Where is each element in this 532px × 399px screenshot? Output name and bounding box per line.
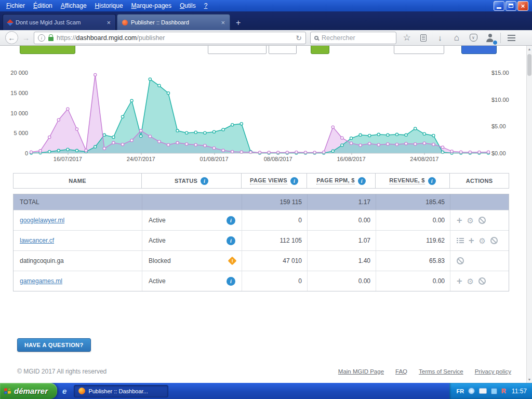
site-link[interactable]: googlelawyer.ml [20, 217, 64, 224]
footer-link-faq[interactable]: FAQ [395, 368, 407, 375]
filter-green-button[interactable] [20, 46, 75, 54]
filter-spinner[interactable] [269, 46, 297, 54]
task-label: Publisher :: Dashboar... [88, 388, 148, 394]
bookmarks-panel-icon[interactable] [417, 32, 430, 44]
tab-close-button[interactable]: × [107, 19, 111, 26]
add-icon[interactable]: + [469, 236, 474, 245]
filter-blue-button[interactable] [461, 46, 497, 54]
close-button[interactable]: × [517, 1, 528, 11]
column-label[interactable]: REVENUE, $ [389, 177, 424, 184]
info-icon[interactable]: i [358, 177, 366, 185]
new-tab-button[interactable]: + [231, 16, 245, 30]
menu-item-affichage[interactable]: Affichage [57, 0, 91, 11]
info-icon[interactable]: i [201, 177, 208, 185]
menu-item-marquepages[interactable]: Marque-pages [127, 0, 176, 11]
site-link[interactable]: gamegames.ml [20, 277, 62, 285]
filter-apply-button[interactable] [311, 46, 329, 54]
menu-item-fichier[interactable]: Fichier [2, 0, 29, 11]
scroll-thumb[interactable] [527, 54, 531, 76]
page-footer: © MGID 2017 All rights reserved Main MGI… [17, 368, 511, 375]
minimize-button[interactable] [494, 1, 504, 11]
url-bar[interactable]: i https://dashboard.mgid.com/publisher ↻ [34, 32, 306, 44]
scroll-up-arrow[interactable]: ▲ [527, 47, 532, 51]
url-text[interactable]: https://dashboard.mgid.com/publisher [57, 34, 292, 42]
taskbar-task-button[interactable]: Publisher :: Dashboar... [74, 385, 168, 397]
cell-page-views: 112 105 [242, 231, 307, 250]
home-icon[interactable]: ⌂ [450, 32, 463, 44]
account-icon[interactable] [484, 32, 496, 44]
list-icon[interactable] [457, 238, 464, 243]
tab-1[interactable]: Dont use Mgid Just Scam× [3, 14, 116, 30]
vertical-scrollbar[interactable]: ▲ ▼ [526, 46, 532, 383]
status-text: Active [149, 217, 166, 224]
search-input[interactable] [322, 34, 392, 42]
column-label[interactable]: PAGE VIEWS [250, 177, 287, 184]
block-icon[interactable] [457, 257, 464, 264]
scroll-down-arrow[interactable]: ▼ [527, 378, 532, 381]
tab-favicon [122, 20, 128, 25]
tray-status-icon[interactable] [468, 388, 475, 394]
settings-gear-icon[interactable]: ⚙ [467, 277, 474, 285]
left-axis-tick: 5 000 [14, 130, 28, 136]
total-page-rpm: 1.17 [307, 194, 376, 210]
info-icon[interactable]: i [290, 177, 298, 185]
footer-link-privacy-policy[interactable]: Privacy policy [475, 368, 511, 375]
block-icon[interactable] [478, 217, 486, 224]
restore-icon [509, 4, 513, 8]
menu-item-help[interactable]: ? [200, 0, 212, 11]
menu-items: FichierÉditionAffichageHistoriqueMarque-… [2, 0, 211, 11]
forward-button[interactable]: → [22, 34, 30, 42]
table-row-lawcancer.cf: lawcancer.cfActivei112 1051.07119.62+⚙ [14, 230, 509, 250]
footer-link-terms-of-service[interactable]: Terms of Service [419, 368, 463, 375]
cell-page-rpm: 1.07 [307, 231, 376, 250]
cell-revenue: 119.62 [376, 231, 450, 250]
cell-revenue: 0.00 [376, 271, 450, 291]
start-button[interactable]: démarrer [0, 383, 57, 399]
internet-explorer-icon[interactable]: e [62, 387, 66, 395]
filter-select[interactable] [208, 46, 267, 54]
reload-button[interactable]: ↻ [296, 34, 302, 42]
keyboard-icon[interactable] [479, 388, 487, 394]
column-label: STATUS [175, 178, 197, 184]
page-info-icon[interactable]: i [38, 34, 45, 42]
tab-title: Dont use Mgid Just Scam [16, 19, 103, 25]
back-button[interactable]: ← [5, 31, 18, 44]
menu-item-historique[interactable]: Historique [91, 0, 127, 11]
column-label[interactable]: PAGE RPM, $ [316, 177, 354, 184]
settings-gear-icon[interactable]: ⚙ [479, 237, 486, 245]
cell-actions: +⚙ [450, 210, 509, 230]
language-indicator[interactable]: FR [457, 388, 464, 394]
settings-gear-icon[interactable]: ⚙ [467, 217, 474, 224]
column-header-revenue[interactable]: REVENUE, $i [376, 173, 450, 189]
status-info-icon[interactable]: i [227, 277, 235, 286]
add-icon[interactable]: + [457, 216, 462, 225]
site-link[interactable]: lawcancer.cf [20, 237, 54, 244]
bookmark-star-icon[interactable]: ☆ [401, 32, 413, 44]
pocket-icon[interactable]: ∨ [467, 32, 480, 44]
column-header-page-views[interactable]: PAGE VIEWSi [242, 173, 307, 189]
search-box[interactable] [310, 32, 396, 44]
filter-input[interactable] [394, 46, 444, 54]
status-text: Blocked [149, 257, 171, 264]
tab-2[interactable]: Publisher :: Dashboard× [117, 14, 230, 30]
cell-name: datingcoquin.ga [14, 251, 142, 271]
status-info-icon[interactable]: i [227, 216, 235, 225]
add-icon[interactable]: + [457, 276, 462, 286]
status-warning-icon[interactable]: ! [228, 257, 237, 265]
menu-item-dition[interactable]: Édition [29, 0, 57, 11]
tray-r-icon[interactable]: R [501, 388, 506, 395]
status-info-icon[interactable]: i [227, 236, 235, 245]
have-a-question-button[interactable]: HAVE A QUESTION? [17, 338, 91, 352]
block-icon[interactable] [478, 277, 486, 285]
downloads-icon[interactable]: ↓ [434, 32, 446, 44]
restore-button[interactable] [506, 1, 516, 11]
tab-close-button[interactable]: × [221, 19, 225, 26]
footer-link-main-mgid-page[interactable]: Main MGID Page [338, 368, 384, 375]
column-header-page-rpm[interactable]: PAGE RPM, $i [307, 173, 376, 189]
block-icon[interactable] [490, 237, 498, 244]
menu-item-outils[interactable]: Outils [176, 0, 200, 11]
tray-network-icon[interactable] [491, 388, 497, 394]
info-icon[interactable]: i [428, 177, 436, 185]
start-label: démarrer [14, 387, 48, 395]
menu-hamburger-icon[interactable] [505, 32, 517, 44]
